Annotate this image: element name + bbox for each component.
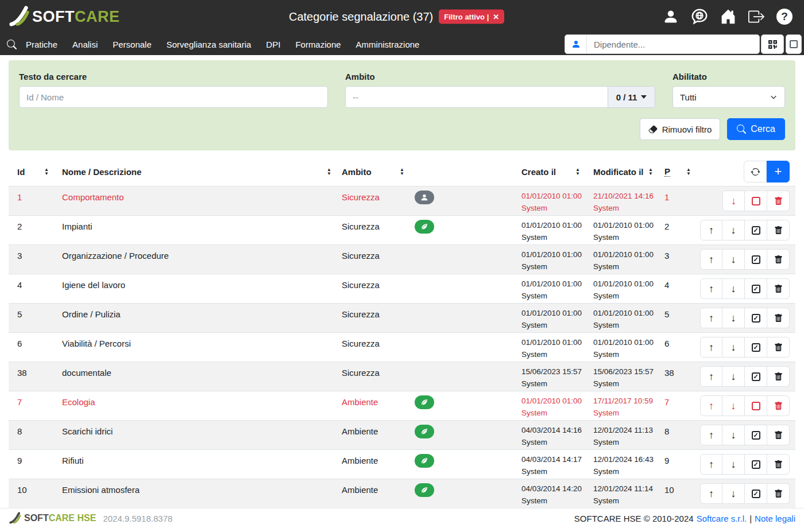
move-up-button[interactable]: ↑ <box>700 366 722 387</box>
square-toggle-button[interactable] <box>786 34 802 54</box>
ambito-counter-dropdown[interactable]: 0 / 11 <box>608 87 655 107</box>
nav-item-personale[interactable]: Personale <box>113 40 152 49</box>
move-up-button[interactable]: ↑ <box>700 308 722 328</box>
trash-icon <box>774 255 783 264</box>
enabled-toggle-button[interactable] <box>745 191 767 211</box>
help-button[interactable]: ? <box>776 9 793 25</box>
sort-icon[interactable]: ▲▼ <box>44 168 49 176</box>
nav-item-dpi[interactable]: DPI <box>266 40 280 49</box>
footer-company-link[interactable]: Softcare s.r.l. <box>697 514 747 523</box>
text-search-input[interactable] <box>19 86 328 108</box>
footer-legal-link[interactable]: Note legali <box>755 514 795 523</box>
delete-button[interactable] <box>767 454 790 475</box>
filter-badge-close-icon[interactable]: ✕ <box>493 13 499 21</box>
employee-search-input[interactable] <box>587 35 759 53</box>
delete-button[interactable] <box>767 249 790 270</box>
user-button[interactable] <box>663 9 679 25</box>
row-name-link[interactable]: Scarichi idrici <box>62 426 113 436</box>
app-logo[interactable]: SOFTCARE <box>0 6 120 28</box>
add-category-button[interactable]: + <box>767 161 790 182</box>
nav-item-amministrazione[interactable]: Amministrazione <box>356 40 420 49</box>
sort-icon[interactable]: ▲▼ <box>400 168 404 176</box>
qr-code-button[interactable] <box>761 34 784 54</box>
move-up-button[interactable]: ↑ <box>700 278 722 299</box>
language-button[interactable] <box>691 8 708 25</box>
row-created: 04/03/2014 14:16System <box>513 421 585 449</box>
move-down-button[interactable]: ↓ <box>722 278 745 299</box>
enabled-toggle-button[interactable]: ✓ <box>745 483 767 504</box>
enabled-toggle-button[interactable]: ✓ <box>745 278 767 299</box>
move-down-button[interactable]: ↓ <box>722 337 745 358</box>
row-name-link[interactable]: Impianti <box>62 222 92 231</box>
row-priority: 1 <box>658 187 698 215</box>
row-name-link[interactable]: Ecologia <box>62 397 95 407</box>
sort-icon[interactable]: ▲▼ <box>575 168 580 176</box>
nav-item-pratiche[interactable]: Pratiche <box>26 40 57 49</box>
delete-button[interactable] <box>767 191 790 211</box>
enabled-toggle-button[interactable]: ✓ <box>745 308 767 328</box>
move-up-button[interactable]: ↑ <box>700 337 722 358</box>
move-down-button[interactable]: ↓ <box>722 191 745 211</box>
remove-filter-button[interactable]: Rimuovi filtro <box>640 118 721 140</box>
abilitato-select[interactable]: Tutti <box>672 86 785 108</box>
qr-code-icon <box>768 40 778 49</box>
move-down-button[interactable]: ↓ <box>722 366 745 387</box>
sort-icon[interactable]: ▲▼ <box>648 168 653 176</box>
row-badge-cell <box>409 479 513 508</box>
enabled-toggle-button[interactable]: ✓ <box>745 425 767 445</box>
move-down-button[interactable]: ↓ <box>722 454 745 475</box>
enabled-toggle-button[interactable] <box>745 395 767 416</box>
row-name-link[interactable]: Emissioni atmosfera <box>62 485 140 495</box>
delete-button[interactable] <box>767 395 790 416</box>
move-up-button[interactable]: ↑ <box>700 249 722 270</box>
row-name-link[interactable]: Comportamento <box>62 192 124 202</box>
move-down-button[interactable]: ↓ <box>722 220 745 240</box>
ambito-input[interactable] <box>346 87 608 107</box>
delete-button[interactable] <box>767 337 790 358</box>
move-down-button[interactable]: ↓ <box>722 395 745 416</box>
search-button[interactable]: Cerca <box>727 118 785 140</box>
move-down-button[interactable]: ↓ <box>722 308 745 328</box>
move-up-button[interactable]: ↑ <box>700 395 722 416</box>
row-actions: ↑↓✓ <box>700 220 790 240</box>
delete-button[interactable] <box>767 425 790 445</box>
row-name-link[interactable]: Rifiuti <box>62 456 84 465</box>
move-up-button[interactable]: ↑ <box>700 220 722 240</box>
move-up-button[interactable]: ↑ <box>700 425 722 445</box>
enabled-toggle-button[interactable]: ✓ <box>745 337 767 358</box>
delete-button[interactable] <box>767 278 790 299</box>
enabled-toggle-button[interactable]: ✓ <box>745 366 767 387</box>
enabled-toggle-button[interactable]: ✓ <box>745 249 767 270</box>
row-name-link[interactable]: Ordine / Pulizia <box>62 309 121 319</box>
nav-item-sorveglianza-sanitaria[interactable]: Sorveglianza sanitaria <box>167 40 252 49</box>
logout-button[interactable] <box>748 9 764 25</box>
move-down-button[interactable]: ↓ <box>722 483 745 504</box>
sort-icon[interactable]: ▲▼ <box>686 168 691 176</box>
filter-section: Testo da cercare Ambito 0 / 11 Abilitato… <box>0 55 804 157</box>
row-name-link[interactable]: Viabilità / Percorsi <box>62 339 131 348</box>
move-up-button[interactable]: ↑ <box>700 454 722 475</box>
move-up-button[interactable]: ↑ <box>700 483 722 504</box>
delete-button[interactable] <box>767 220 790 240</box>
row-name-link[interactable]: Organizzazione / Procedure <box>62 251 169 261</box>
nav-search-button[interactable] <box>7 40 17 49</box>
employee-search-button[interactable] <box>565 35 587 53</box>
delete-button[interactable] <box>767 308 790 328</box>
refresh-button[interactable] <box>744 161 767 182</box>
row-ambito: Sicurezza <box>336 362 409 391</box>
row-name-link[interactable]: Igiene del lavoro <box>62 280 125 290</box>
delete-button[interactable] <box>767 366 790 387</box>
home-button[interactable] <box>720 9 736 25</box>
row-name-link[interactable]: documentale <box>62 368 111 378</box>
move-down-button[interactable]: ↓ <box>722 425 745 445</box>
delete-button[interactable] <box>767 483 790 504</box>
sort-icon[interactable]: ▲▼ <box>327 168 331 176</box>
row-badge-cell <box>409 274 513 303</box>
move-down-button[interactable]: ↓ <box>722 249 745 270</box>
nav-item-analisi[interactable]: Analisi <box>72 40 98 49</box>
enabled-toggle-button[interactable]: ✓ <box>745 220 767 240</box>
person-icon <box>571 40 581 49</box>
row-ambito: Sicurezza <box>336 333 409 362</box>
enabled-toggle-button[interactable]: ✓ <box>745 454 767 475</box>
nav-item-formazione[interactable]: Formazione <box>295 40 341 49</box>
